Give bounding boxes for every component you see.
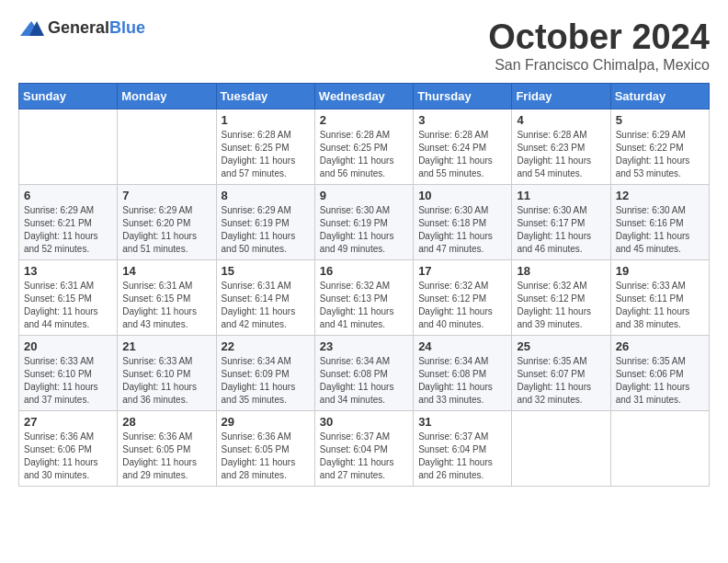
calendar-cell: 17Sunrise: 6:32 AM Sunset: 6:12 PM Dayli… (414, 259, 512, 335)
calendar-cell: 27Sunrise: 6:36 AM Sunset: 6:06 PM Dayli… (19, 410, 118, 486)
calendar-cell: 28Sunrise: 6:36 AM Sunset: 6:05 PM Dayli… (118, 410, 216, 486)
weekday-header-thursday: Thursday (414, 83, 512, 109)
calendar-cell: 9Sunrise: 6:30 AM Sunset: 6:19 PM Daylig… (314, 184, 413, 259)
calendar-cell: 21Sunrise: 6:33 AM Sunset: 6:10 PM Dayli… (118, 335, 216, 410)
calendar-cell (19, 109, 118, 184)
day-info: Sunrise: 6:34 AM Sunset: 6:08 PM Dayligh… (418, 355, 506, 407)
weekday-header-wednesday: Wednesday (314, 83, 413, 109)
calendar-week-row: 13Sunrise: 6:31 AM Sunset: 6:15 PM Dayli… (19, 259, 710, 335)
day-info: Sunrise: 6:32 AM Sunset: 6:12 PM Dayligh… (517, 280, 605, 331)
calendar-week-row: 27Sunrise: 6:36 AM Sunset: 6:06 PM Dayli… (19, 410, 710, 486)
day-number: 3 (418, 113, 506, 127)
day-number: 18 (517, 264, 605, 278)
calendar-cell: 1Sunrise: 6:28 AM Sunset: 6:25 PM Daylig… (216, 109, 314, 184)
day-number: 1 (222, 113, 310, 127)
day-info: Sunrise: 6:29 AM Sunset: 6:22 PM Dayligh… (616, 129, 704, 180)
day-info: Sunrise: 6:33 AM Sunset: 6:10 PM Dayligh… (122, 355, 210, 407)
day-number: 15 (222, 264, 310, 278)
day-info: Sunrise: 6:32 AM Sunset: 6:12 PM Dayligh… (418, 280, 506, 331)
weekday-header-tuesday: Tuesday (216, 83, 314, 109)
day-number: 30 (320, 415, 408, 429)
calendar-cell: 19Sunrise: 6:33 AM Sunset: 6:11 PM Dayli… (610, 259, 709, 335)
day-info: Sunrise: 6:34 AM Sunset: 6:08 PM Dayligh… (320, 355, 408, 407)
day-info: Sunrise: 6:29 AM Sunset: 6:20 PM Dayligh… (122, 204, 210, 256)
calendar-cell (610, 410, 709, 486)
calendar-cell: 18Sunrise: 6:32 AM Sunset: 6:12 PM Dayli… (512, 259, 610, 335)
day-info: Sunrise: 6:34 AM Sunset: 6:09 PM Dayligh… (222, 355, 310, 407)
day-info: Sunrise: 6:35 AM Sunset: 6:06 PM Dayligh… (616, 355, 704, 407)
calendar-cell: 22Sunrise: 6:34 AM Sunset: 6:09 PM Dayli… (216, 335, 314, 410)
weekday-header-monday: Monday (118, 83, 216, 109)
day-number: 29 (222, 415, 310, 429)
day-info: Sunrise: 6:29 AM Sunset: 6:21 PM Dayligh… (24, 204, 112, 256)
day-number: 11 (517, 189, 605, 202)
day-number: 27 (24, 415, 112, 429)
day-info: Sunrise: 6:30 AM Sunset: 6:16 PM Dayligh… (616, 204, 704, 256)
calendar-cell (512, 410, 610, 486)
day-number: 31 (418, 415, 506, 429)
calendar-week-row: 20Sunrise: 6:33 AM Sunset: 6:10 PM Dayli… (19, 335, 710, 410)
month-title: October 2024 (488, 18, 710, 57)
day-number: 4 (517, 113, 605, 127)
calendar-cell: 14Sunrise: 6:31 AM Sunset: 6:15 PM Dayli… (118, 259, 216, 335)
calendar-cell (118, 109, 216, 184)
day-info: Sunrise: 6:33 AM Sunset: 6:11 PM Dayligh… (616, 280, 704, 331)
day-info: Sunrise: 6:33 AM Sunset: 6:10 PM Dayligh… (24, 355, 112, 407)
calendar-week-row: 1Sunrise: 6:28 AM Sunset: 6:25 PM Daylig… (19, 109, 710, 184)
calendar-cell: 6Sunrise: 6:29 AM Sunset: 6:21 PM Daylig… (19, 184, 118, 259)
calendar-cell: 8Sunrise: 6:29 AM Sunset: 6:19 PM Daylig… (216, 184, 314, 259)
day-info: Sunrise: 6:28 AM Sunset: 6:23 PM Dayligh… (517, 129, 605, 180)
day-info: Sunrise: 6:31 AM Sunset: 6:15 PM Dayligh… (122, 280, 210, 331)
day-info: Sunrise: 6:37 AM Sunset: 6:04 PM Dayligh… (418, 431, 506, 482)
calendar-cell: 23Sunrise: 6:34 AM Sunset: 6:08 PM Dayli… (314, 335, 413, 410)
logo-text-general: General (48, 18, 109, 37)
day-number: 9 (320, 189, 408, 202)
calendar-cell: 13Sunrise: 6:31 AM Sunset: 6:15 PM Dayli… (19, 259, 118, 335)
title-area: October 2024 San Francisco Chimalpa, Mex… (488, 18, 710, 74)
day-info: Sunrise: 6:28 AM Sunset: 6:24 PM Dayligh… (418, 129, 506, 180)
calendar-cell: 10Sunrise: 6:30 AM Sunset: 6:18 PM Dayli… (414, 184, 512, 259)
day-number: 20 (24, 339, 112, 353)
day-info: Sunrise: 6:30 AM Sunset: 6:17 PM Dayligh… (517, 204, 605, 256)
day-info: Sunrise: 6:36 AM Sunset: 6:06 PM Dayligh… (24, 431, 112, 482)
day-info: Sunrise: 6:29 AM Sunset: 6:19 PM Dayligh… (222, 204, 310, 256)
calendar-cell: 15Sunrise: 6:31 AM Sunset: 6:14 PM Dayli… (216, 259, 314, 335)
day-number: 16 (320, 264, 408, 278)
calendar-week-row: 6Sunrise: 6:29 AM Sunset: 6:21 PM Daylig… (19, 184, 710, 259)
day-number: 24 (418, 339, 506, 353)
day-number: 7 (122, 189, 210, 202)
logo-icon (18, 19, 44, 38)
day-info: Sunrise: 6:30 AM Sunset: 6:18 PM Dayligh… (418, 204, 506, 256)
weekday-header-row: SundayMondayTuesdayWednesdayThursdayFrid… (19, 83, 710, 109)
calendar-cell: 12Sunrise: 6:30 AM Sunset: 6:16 PM Dayli… (610, 184, 709, 259)
calendar-cell: 4Sunrise: 6:28 AM Sunset: 6:23 PM Daylig… (512, 109, 610, 184)
calendar-cell: 7Sunrise: 6:29 AM Sunset: 6:20 PM Daylig… (118, 184, 216, 259)
logo: GeneralBlue (18, 18, 145, 38)
day-info: Sunrise: 6:31 AM Sunset: 6:14 PM Dayligh… (222, 280, 310, 331)
day-info: Sunrise: 6:28 AM Sunset: 6:25 PM Dayligh… (320, 129, 408, 180)
day-info: Sunrise: 6:35 AM Sunset: 6:07 PM Dayligh… (517, 355, 605, 407)
calendar-cell: 16Sunrise: 6:32 AM Sunset: 6:13 PM Dayli… (314, 259, 413, 335)
calendar-cell: 20Sunrise: 6:33 AM Sunset: 6:10 PM Dayli… (19, 335, 118, 410)
day-info: Sunrise: 6:30 AM Sunset: 6:19 PM Dayligh… (320, 204, 408, 256)
calendar-cell: 5Sunrise: 6:29 AM Sunset: 6:22 PM Daylig… (610, 109, 709, 184)
day-number: 13 (24, 264, 112, 278)
day-number: 19 (616, 264, 704, 278)
day-number: 5 (616, 113, 704, 127)
day-info: Sunrise: 6:31 AM Sunset: 6:15 PM Dayligh… (24, 280, 112, 331)
calendar-cell: 3Sunrise: 6:28 AM Sunset: 6:24 PM Daylig… (414, 109, 512, 184)
day-info: Sunrise: 6:37 AM Sunset: 6:04 PM Dayligh… (320, 431, 408, 482)
day-info: Sunrise: 6:28 AM Sunset: 6:25 PM Dayligh… (222, 129, 310, 180)
day-number: 6 (24, 189, 112, 202)
day-number: 2 (320, 113, 408, 127)
calendar-cell: 24Sunrise: 6:34 AM Sunset: 6:08 PM Dayli… (414, 335, 512, 410)
day-number: 14 (122, 264, 210, 278)
day-info: Sunrise: 6:36 AM Sunset: 6:05 PM Dayligh… (122, 431, 210, 482)
calendar-cell: 31Sunrise: 6:37 AM Sunset: 6:04 PM Dayli… (414, 410, 512, 486)
weekday-header-friday: Friday (512, 83, 610, 109)
calendar-cell: 26Sunrise: 6:35 AM Sunset: 6:06 PM Dayli… (610, 335, 709, 410)
day-number: 21 (122, 339, 210, 353)
logo-text-blue: Blue (109, 18, 145, 37)
day-number: 8 (222, 189, 310, 202)
calendar-cell: 25Sunrise: 6:35 AM Sunset: 6:07 PM Dayli… (512, 335, 610, 410)
